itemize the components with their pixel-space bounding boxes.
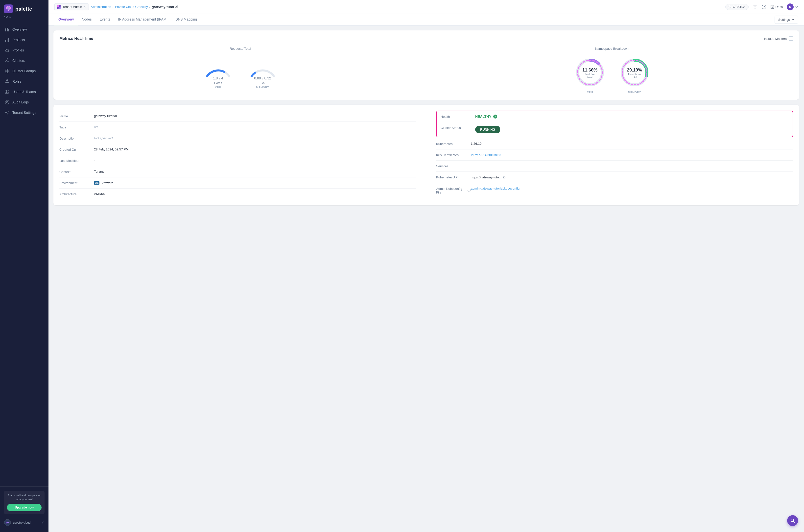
tab-ipam[interactable]: IP Address Management (IPAM): [114, 14, 171, 25]
k8s-certs-label: K8s Certificates: [436, 153, 471, 157]
group-icon: [5, 69, 9, 73]
user-info[interactable]: U: [787, 3, 798, 11]
tab-nodes[interactable]: Nodes: [78, 14, 95, 25]
svg-point-43: [791, 519, 793, 521]
upgrade-button[interactable]: Upgrade now: [7, 504, 42, 511]
breadcrumb-private-cloud-gateway[interactable]: Private Cloud Gateway: [115, 5, 148, 9]
metrics-grid: Request / Total: [59, 47, 793, 94]
running-button[interactable]: RUNNING: [475, 126, 500, 133]
palette-logo-icon: [4, 4, 13, 13]
sidebar-label-overview: Overview: [12, 27, 27, 32]
kubernetes-api-value: https://gateway-tuto... ⧉: [471, 175, 793, 179]
row-modified: Last Modified -: [59, 155, 416, 166]
breadcrumb-current: gateway-tutorial: [152, 5, 178, 9]
spectro-cloud-icon: [4, 519, 11, 526]
sidebar-item-projects[interactable]: Projects: [0, 35, 49, 45]
content-area: Metrics Real-Time Include Masters Reques…: [49, 25, 804, 532]
sidebar-item-profiles[interactable]: Profiles: [0, 45, 49, 55]
sidebar-label-profiles: Profiles: [12, 48, 24, 52]
kubernetes-api-label: Kubernetes API: [436, 175, 471, 179]
chevron-down-icon: [83, 5, 87, 8]
tab-events[interactable]: Events: [96, 14, 114, 25]
settings-chevron-icon: [791, 18, 795, 21]
sidebar-item-users-teams[interactable]: Users & Teams: [0, 87, 49, 97]
memory-donut-pct: 29.19%: [626, 67, 643, 73]
vmware-badge: vm: [94, 182, 99, 185]
svg-point-20: [8, 90, 9, 92]
layers-icon: [5, 48, 9, 53]
cluster-status-label: Cluster Status: [441, 126, 475, 130]
memory-donut-text: 29.19% Used from total: [626, 67, 643, 78]
copy-icon[interactable]: ⧉: [503, 175, 505, 179]
sidebar-label-users-teams: Users & Teams: [12, 90, 36, 94]
floating-search-button[interactable]: [787, 515, 798, 526]
tab-overview[interactable]: Overview: [54, 14, 78, 25]
person-icon: [5, 79, 9, 84]
svg-point-22: [6, 101, 8, 103]
svg-line-12: [8, 61, 8, 62]
donuts-row: 11.66% Used from total CPU: [431, 56, 793, 94]
row-architecture: Architecture AMD64: [59, 189, 416, 200]
chat-icon[interactable]: [752, 4, 758, 10]
modified-label: Last Modified: [59, 158, 94, 163]
svg-rect-26: [59, 5, 61, 7]
help-icon[interactable]: [762, 4, 766, 10]
cluster-icon: [5, 58, 9, 63]
sidebar-label-audit-logs: Audit Logs: [12, 100, 29, 104]
health-dot: ✓: [493, 115, 497, 118]
info-icon[interactable]: ⓘ: [467, 188, 471, 193]
namespace-title: Namespace Breakdown: [431, 47, 793, 51]
sidebar-item-tenant-settings[interactable]: Tenant Settings: [0, 108, 49, 118]
chart-icon: [5, 27, 9, 32]
svg-rect-6: [8, 38, 9, 42]
namespace-breakdown-section: Namespace Breakdown: [431, 47, 793, 94]
svg-rect-3: [8, 29, 9, 32]
row-description: Description Not specified.: [59, 133, 416, 144]
sidebar-label-tenant-settings: Tenant Settings: [12, 111, 36, 115]
svg-rect-25: [57, 5, 59, 7]
row-k8s-certs: K8s Certificates View K8s Certificates: [436, 149, 793, 160]
context-value: Tenant: [94, 170, 416, 173]
include-masters-toggle[interactable]: [789, 36, 793, 41]
cpu-donut-label: CPU: [574, 91, 606, 94]
services-label: Services: [436, 164, 471, 168]
cpu-donut-sub: Used from total: [582, 73, 598, 78]
svg-rect-1: [5, 28, 6, 32]
metrics-title: Metrics Real-Time: [59, 36, 93, 41]
sidebar-item-audit-logs[interactable]: Audit Logs: [0, 97, 49, 108]
k8s-certs-value[interactable]: View K8s Certificates: [471, 153, 793, 157]
sidebar-item-cluster-groups[interactable]: Cluster Groups: [0, 66, 49, 76]
metrics-header: Metrics Real-Time Include Masters: [59, 36, 793, 41]
collapse-icon[interactable]: [41, 521, 44, 524]
svg-point-9: [8, 61, 9, 62]
row-environment: Environment vm VMware: [59, 177, 416, 189]
tab-dns[interactable]: DNS Mapping: [171, 14, 201, 25]
health-value: HEALTHY ✓: [475, 115, 789, 118]
settings-button[interactable]: Settings: [774, 16, 798, 24]
svg-point-21: [5, 100, 9, 104]
breadcrumb-administration[interactable]: Administration: [91, 5, 111, 9]
svg-rect-15: [7, 69, 9, 71]
created-label: Created On: [59, 148, 94, 151]
sidebar-item-clusters[interactable]: Clusters: [0, 55, 49, 66]
svg-rect-17: [7, 71, 9, 73]
modified-value: -: [94, 158, 416, 162]
avatar: U: [787, 3, 793, 11]
admin-kubeconfig-value[interactable]: admin.gateway-tutorial.kubeconfig: [471, 187, 793, 190]
brand-text: spectro cloud: [13, 521, 31, 524]
sidebar-label-cluster-groups: Cluster Groups: [12, 69, 36, 73]
svg-point-18: [6, 79, 8, 81]
tenant-selector[interactable]: Tenant Admin: [54, 3, 89, 11]
gauges-row: 1.8 / 4 Cores CPU: [59, 56, 421, 89]
memory-donut: 29.19% Used from total MEMORY: [618, 56, 651, 94]
svg-line-13: [6, 61, 6, 62]
cpu-unit: Cores: [203, 81, 233, 85]
row-cluster-status: Cluster Status RUNNING: [441, 122, 789, 137]
settings-area: Settings: [774, 16, 798, 24]
tags-label: Tags: [59, 125, 94, 129]
sidebar-item-overview[interactable]: Overview: [0, 24, 49, 35]
docs-button[interactable]: Docs: [770, 5, 783, 9]
environment-label: Environment: [59, 181, 94, 185]
sidebar-footer: Start small and only pay for what you us…: [0, 487, 49, 532]
sidebar-item-roles[interactable]: Roles: [0, 76, 49, 87]
